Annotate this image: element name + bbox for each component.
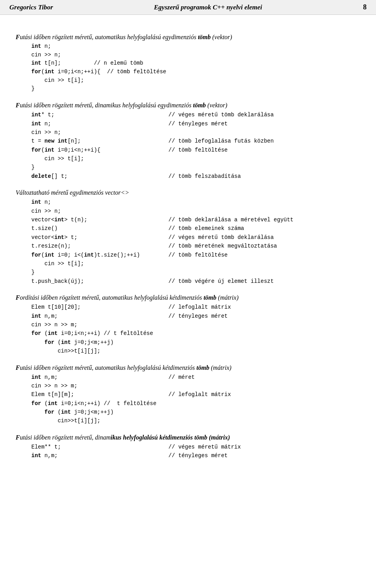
table-row: for (int j=0;j<m;++j) (31, 408, 376, 416)
table-row: for(int i=0;i<n;++i){ // tömb feltöltése (31, 146, 376, 154)
table-row: for(int i=0; i<(int)t.size();++i) // töm… (31, 251, 376, 259)
section1-title: Futási időben rögzített méretű, automati… (16, 34, 360, 41)
table-row: Elem t[n][m]; // lefoglalt mátrix (31, 390, 376, 399)
table-row: int n,m; // tényleges méret (31, 451, 376, 460)
table-row: t.push_back(új); // tömb végére új eleme… (31, 277, 376, 286)
table-row: for (int i=0;i<n;++i) // t feltöltése (31, 329, 376, 338)
code-section5: int n,m; // méret cin >> n >> m; Elem t[… (31, 373, 376, 425)
header-author: Gregorics Tibor (9, 4, 53, 11)
section3-title: Változtatható méretű egydimenziós vector… (16, 189, 360, 196)
page: Gregorics Tibor Egyszerű programok C++ n… (0, 0, 376, 588)
table-row: vector<int> t(n); // tömb deklarálása a … (31, 215, 376, 224)
code-section6: Elem** t; // véges méretű mátrix int n,m… (31, 443, 376, 460)
table-row: t.size() // tömb elemeinek száma (31, 224, 376, 233)
table-row: int n,m; // tényleges méret (31, 312, 376, 320)
table-row: for (int j=0;j<m;++j) (31, 338, 376, 347)
table-row: cin >> t[i]; (31, 154, 376, 163)
code-section3: int n; cin >> n; vector<int> t(n); // tö… (31, 198, 376, 286)
table-row: } (31, 268, 376, 277)
section4-title: Fordítási időben rögzített méretű, autom… (16, 294, 360, 301)
table-row: cin >> t[i]; (31, 259, 376, 268)
code-section4: Elem t[10][20]; // lefoglalt mátrix int … (31, 303, 376, 355)
section5-title: Futási időben rögzített méretű, automati… (16, 364, 360, 371)
table-row: cin >> n >> m; (31, 320, 376, 329)
table-row: int n,m; // méret (31, 373, 376, 382)
section6-title: Futási időben rögzített méretű, dinamiku… (16, 434, 360, 441)
table-row: vector<int> t; // véges méretű tömb dekl… (31, 233, 376, 242)
table-row: Elem** t; // véges méretű mátrix (31, 443, 376, 451)
table-row: t = new int[n]; // tömb lefoglalása futá… (31, 137, 376, 145)
table-row: cin>>t[i][j]; (31, 347, 376, 355)
page-header: Gregorics Tibor Egyszerű programok C++ n… (0, 0, 376, 15)
header-title: Egyszerű programok C++ nyelvi elemei (61, 4, 355, 11)
table-row: int* t; // véges méretű tömb deklarálása (31, 110, 376, 119)
header-page-number: 8 (363, 3, 367, 11)
table-row: cin >> n; (31, 207, 376, 215)
table-row: t.resize(n); // tömb méretének megváltoz… (31, 242, 376, 250)
code-section2: int* t; // véges méretű tömb deklarálása… (31, 110, 376, 181)
code-section1: int n; cin >> n; int t[n]; // n elemű tö… (31, 42, 360, 93)
table-row: } (31, 163, 376, 172)
table-row: cin >> n >> m; (31, 382, 376, 390)
table-row: int n; // tényleges méret (31, 119, 376, 128)
table-row: cin>>t[i][j]; (31, 416, 376, 425)
table-row: cin >> n; (31, 128, 376, 137)
table-row: for (int i=0;i<n;++i) // t feltöltése (31, 399, 376, 408)
table-row: delete[] t; // tömb felszabadítása (31, 172, 376, 181)
main-content: Futási időben rögzített méretű, automati… (0, 15, 376, 472)
section2-title: Futási időben rögzített méretű, dinamiku… (16, 102, 360, 109)
table-row: Elem t[10][20]; // lefoglalt mátrix (31, 303, 376, 311)
table-row: int n; (31, 198, 376, 206)
